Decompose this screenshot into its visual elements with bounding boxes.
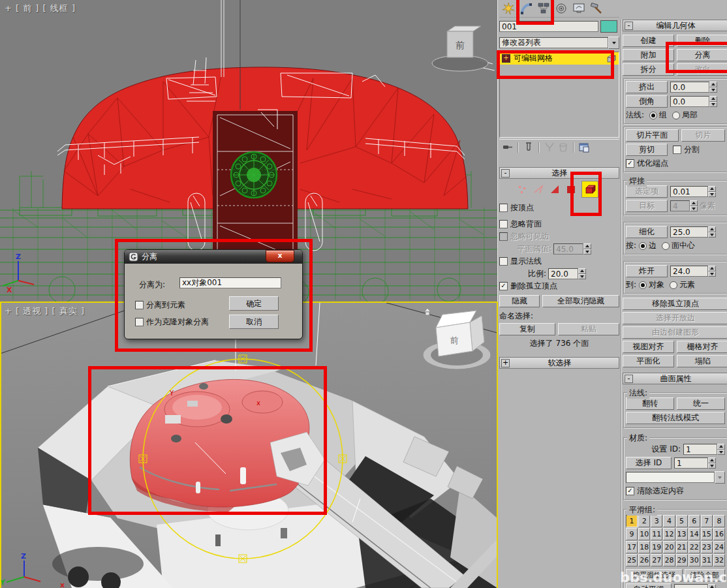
tab-utilities[interactable] — [587, 1, 605, 16]
configure-modifier-sets-icon[interactable] — [578, 142, 590, 153]
smoothing-group-31[interactable]: 31 — [701, 554, 713, 566]
create-button[interactable]: 创建 — [623, 35, 674, 47]
tab-display[interactable] — [570, 1, 587, 16]
smoothing-group-32[interactable]: 32 — [713, 554, 725, 566]
collapse-icon[interactable]: - — [625, 22, 633, 30]
ok-button[interactable]: 确定 — [229, 296, 279, 311]
smoothing-group-13[interactable]: 13 — [676, 528, 688, 540]
radio-by-face-center[interactable]: 面中心 — [662, 240, 695, 251]
smoothing-group-1[interactable]: 1 — [626, 515, 638, 527]
vertex-icon[interactable] — [516, 183, 528, 195]
material-name-dropdown[interactable] — [626, 472, 715, 483]
radio-to-objects[interactable]: 对象 — [639, 279, 664, 290]
smoothing-group-3[interactable]: 3 — [651, 515, 662, 527]
checkbox-detach-to-element[interactable]: 分离到元素 — [135, 300, 185, 311]
cut-button[interactable]: 剪切 — [626, 144, 668, 156]
view-align-button[interactable]: 视图对齐 — [623, 341, 674, 353]
extrude-button[interactable]: 挤出 — [626, 81, 668, 93]
explode-spinner[interactable] — [670, 266, 716, 277]
divide-button[interactable]: 拆分 — [623, 63, 674, 76]
viewport-label-front[interactable]: + [ 前 ] [ 线框 ] — [5, 3, 76, 14]
viewport-perspective[interactable]: Y x 前 Z Y x — [0, 303, 497, 588]
smoothing-group-11[interactable]: 11 — [651, 528, 662, 540]
select-id-button[interactable]: 选择 ID — [626, 457, 672, 469]
extrude-spinner[interactable] — [670, 82, 725, 93]
rollout-edit-geometry[interactable]: - 编辑几何体 — [623, 20, 727, 31]
checkbox-refine-ends[interactable]: ✓优化端点 — [626, 158, 725, 169]
smoothing-group-4[interactable]: 4 — [663, 515, 675, 527]
select-id-spinner[interactable] — [674, 457, 716, 469]
face-icon[interactable] — [549, 183, 561, 195]
smoothing-group-7[interactable]: 7 — [701, 515, 713, 527]
checkbox-detach-as-clone[interactable]: 作为克隆对象分离 — [135, 317, 209, 328]
smoothing-group-21[interactable]: 21 — [676, 541, 688, 553]
polygon-icon[interactable] — [565, 183, 577, 195]
smoothing-group-27[interactable]: 27 — [651, 554, 662, 566]
smoothing-group-28[interactable]: 28 — [663, 554, 675, 566]
rollout-selection[interactable]: - 选择 — [499, 167, 619, 179]
checkbox-ignore-backfacing[interactable]: 忽略背面 — [499, 219, 619, 230]
tab-create[interactable] — [499, 1, 517, 16]
object-color-swatch[interactable] — [600, 20, 617, 33]
smoothing-group-15[interactable]: 15 — [701, 528, 713, 540]
expand-icon[interactable]: + — [502, 54, 510, 63]
smoothing-group-10[interactable]: 10 — [638, 528, 650, 540]
smoothing-group-25[interactable]: 25 — [626, 554, 638, 566]
smoothing-group-2[interactable]: 2 — [638, 515, 650, 527]
radio-to-elements[interactable]: 元素 — [670, 279, 695, 290]
auto-smooth-button[interactable]: 自动平滑 — [626, 583, 672, 588]
tab-hierarchy[interactable] — [534, 1, 552, 16]
detach-name-input[interactable] — [179, 277, 281, 288]
explode-button[interactable]: 炸开 — [626, 265, 668, 277]
smoothing-group-17[interactable]: 17 — [626, 541, 638, 553]
radio-normal-group[interactable]: 组 — [649, 110, 667, 121]
checkbox-split[interactable]: 分割 — [673, 144, 700, 155]
scale-spinner[interactable] — [548, 268, 586, 279]
viewport-label-persp[interactable]: + [ 透视 ] [ 真实 ] — [5, 305, 85, 317]
collapse-button[interactable]: 塌陷 — [677, 355, 727, 367]
stack-item-editable-mesh[interactable]: + 可编辑网格 — [500, 52, 619, 65]
show-end-result-icon[interactable] — [523, 142, 534, 153]
unhide-all-button[interactable]: 全部取消隐藏 — [542, 295, 619, 307]
rollout-surface-properties[interactable]: - 曲面属性 — [623, 373, 727, 384]
unify-button[interactable]: 统一 — [677, 397, 725, 410]
remove-isolated-vertices-button[interactable]: 移除孤立顶点 — [623, 298, 727, 310]
smoothing-group-6[interactable]: 6 — [688, 515, 700, 527]
object-name-input[interactable] — [499, 21, 598, 32]
make-planar-button[interactable]: 平面化 — [623, 355, 674, 367]
auto-smooth-spinner[interactable] — [674, 584, 716, 588]
checkbox-by-vertex[interactable]: 按顶点 — [499, 202, 619, 213]
element-icon-active[interactable] — [581, 181, 598, 198]
checkbox-delete-isolated-vertices[interactable]: ✓删除孤立顶点 — [499, 281, 619, 292]
bevel-button[interactable]: 倒角 — [626, 95, 668, 108]
collapse-icon[interactable]: - — [625, 375, 633, 383]
material-dropdown-arrow[interactable] — [715, 471, 725, 484]
grid-align-button[interactable]: 栅格对齐 — [677, 341, 727, 353]
tessellate-button[interactable]: 细化 — [626, 226, 668, 238]
pin-stack-icon[interactable] — [502, 142, 514, 153]
delete-button[interactable]: 删除 — [677, 35, 727, 47]
slice-plane-button[interactable]: 切片平面 — [626, 129, 679, 142]
smoothing-group-8[interactable]: 8 — [713, 515, 725, 527]
radio-by-edge[interactable]: 边 — [639, 240, 657, 251]
rollout-soft-selection[interactable]: + 软选择 — [499, 357, 619, 369]
copy-button[interactable]: 复制 — [499, 323, 555, 335]
hide-button[interactable]: 隐藏 — [499, 295, 540, 307]
collapse-icon[interactable]: - — [501, 169, 510, 178]
smoothing-group-5[interactable]: 5 — [676, 515, 688, 527]
expand-icon[interactable]: + — [501, 359, 510, 367]
edge-icon[interactable] — [533, 183, 544, 195]
radio-normal-local[interactable]: 局部 — [672, 110, 698, 121]
smoothing-group-19[interactable]: 19 — [651, 541, 662, 553]
close-button[interactable]: x — [266, 250, 294, 262]
bevel-spinner[interactable] — [670, 96, 725, 107]
modifier-list-dropdown[interactable]: 修改器列表 — [499, 37, 608, 48]
flip-normal-mode-button[interactable]: 翻转法线模式 — [626, 412, 725, 424]
make-unique-icon[interactable] — [544, 142, 555, 153]
smoothing-group-18[interactable]: 18 — [638, 541, 650, 553]
tab-modify[interactable] — [517, 1, 534, 16]
smoothing-group-29[interactable]: 29 — [676, 554, 688, 566]
modifier-list-arrow[interactable] — [608, 37, 619, 49]
smoothing-group-24[interactable]: 24 — [713, 541, 725, 553]
smoothing-group-30[interactable]: 30 — [688, 554, 700, 566]
